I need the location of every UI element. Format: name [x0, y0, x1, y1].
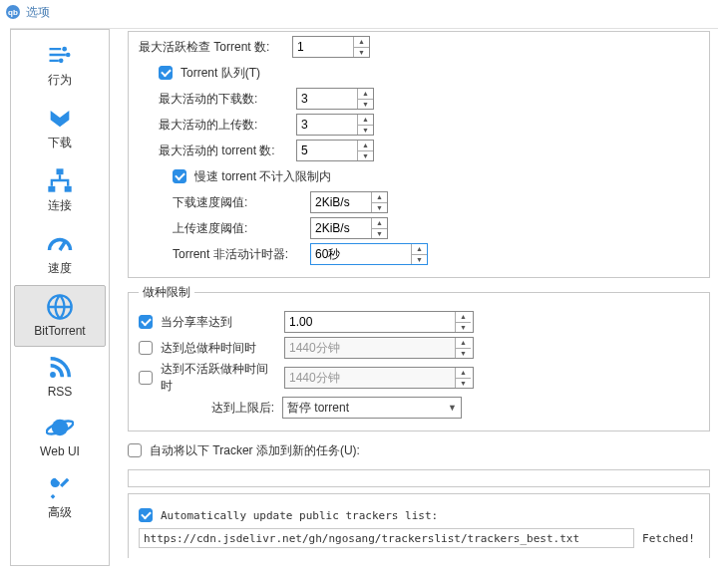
- sidebar-item-label: 高级: [48, 504, 72, 521]
- sliders-icon: [46, 40, 74, 70]
- spin-up-icon[interactable]: ▲: [456, 312, 471, 323]
- spin-up-icon[interactable]: ▲: [358, 89, 373, 100]
- max-active-ul-label: 最大活动的上传数:: [159, 117, 288, 134]
- auto-update-fieldset: Automatically update public trackers lis…: [128, 493, 710, 558]
- download-chevron-icon: [46, 103, 74, 133]
- inactivity-input[interactable]: ▲▼: [310, 243, 428, 265]
- max-active-torrent-input[interactable]: ▲▼: [296, 140, 374, 161]
- sidebar-item-label: 下载: [48, 135, 72, 151]
- network-icon: [46, 165, 74, 195]
- sidebar-item-label: Web UI: [40, 444, 80, 458]
- sidebar-item-connection[interactable]: 连接: [14, 159, 106, 222]
- spin-down-icon[interactable]: ▼: [372, 203, 387, 213]
- sidebar-item-behavior[interactable]: 行为: [14, 34, 106, 97]
- title-bar: qb 选项: [0, 0, 728, 24]
- inactivetime-checkbox[interactable]: [139, 371, 153, 385]
- spin-down-icon[interactable]: ▼: [358, 151, 373, 161]
- max-active-check-input[interactable]: ▲▼: [292, 36, 370, 58]
- ul-threshold-input[interactable]: ▲▼: [310, 217, 388, 239]
- sidebar-item-label: 行为: [48, 72, 72, 89]
- seedtime-checkbox[interactable]: [139, 341, 153, 355]
- fetched-status: Fetched!: [642, 532, 699, 545]
- inactivetime-input[interactable]: ▲▼: [284, 367, 474, 389]
- sidebar-item-label: 连接: [48, 197, 72, 214]
- window-title: 选项: [26, 4, 50, 21]
- spin-up-icon[interactable]: ▲: [456, 368, 471, 379]
- spin-down-icon[interactable]: ▼: [456, 349, 471, 359]
- ratio-label: 当分享率达到: [161, 314, 276, 331]
- tools-icon: [46, 472, 74, 502]
- svg-point-2: [59, 59, 64, 64]
- dl-threshold-input[interactable]: ▲▼: [310, 191, 388, 213]
- rss-icon: [46, 353, 74, 383]
- svg-point-1: [66, 53, 71, 58]
- spin-up-icon[interactable]: ▲: [354, 37, 369, 48]
- slow-exclude-label: 慢速 torrent 不计入限制内: [194, 168, 331, 185]
- spin-up-icon[interactable]: ▲: [372, 218, 387, 229]
- sidebar: 行为 下载 连接 速度 BitTorrent: [10, 29, 110, 566]
- spin-up-icon[interactable]: ▲: [358, 115, 373, 126]
- slow-exclude-checkbox[interactable]: [173, 169, 186, 183]
- sidebar-item-speed[interactable]: 速度: [14, 222, 106, 285]
- queue-fieldset: 最大活跃检查 Torrent 数: ▲▼ Torrent 队列(T) 最大活动的…: [128, 31, 710, 278]
- svg-rect-4: [48, 186, 55, 192]
- ratio-checkbox[interactable]: [139, 315, 153, 329]
- ul-threshold-label: 上传速度阈值:: [173, 220, 302, 237]
- spin-down-icon[interactable]: ▼: [456, 379, 471, 389]
- svg-point-8: [50, 372, 56, 378]
- sidebar-item-rss[interactable]: RSS: [14, 347, 106, 407]
- svg-rect-5: [65, 186, 72, 192]
- sidebar-item-label: RSS: [48, 385, 73, 399]
- sidebar-item-bittorrent[interactable]: BitTorrent: [14, 285, 106, 347]
- seeding-legend: 做种限制: [139, 284, 194, 301]
- gauge-icon: [46, 228, 74, 258]
- inactivity-label: Torrent 非活动计时器:: [173, 246, 302, 263]
- spin-down-icon[interactable]: ▼: [456, 323, 471, 333]
- seedtime-input[interactable]: ▲▼: [284, 337, 474, 359]
- then-action-value: 暂停 torrent: [287, 400, 349, 417]
- svg-rect-3: [57, 168, 64, 174]
- auto-update-url-input[interactable]: [139, 528, 634, 548]
- globe-icon: [46, 292, 74, 322]
- max-active-ul-input[interactable]: ▲▼: [296, 114, 374, 136]
- auto-update-checkbox[interactable]: [139, 508, 153, 522]
- spin-down-icon[interactable]: ▼: [358, 126, 373, 136]
- spin-up-icon[interactable]: ▲: [372, 192, 387, 203]
- chevron-down-icon: ▼: [448, 403, 457, 413]
- spin-down-icon[interactable]: ▼: [412, 255, 427, 265]
- max-active-dl-input[interactable]: ▲▼: [296, 88, 374, 110]
- svg-line-6: [60, 241, 66, 250]
- spin-up-icon[interactable]: ▲: [412, 244, 427, 255]
- seeding-fieldset: 做种限制 当分享率达到 ▲▼ 达到总做种时间时 ▲▼ 达到不活跃做种时间: [128, 284, 710, 432]
- sidebar-item-advanced[interactable]: 高级: [14, 466, 106, 529]
- auto-update-label: Automatically update public trackers lis…: [161, 509, 438, 522]
- auto-add-tracker-checkbox[interactable]: [128, 443, 142, 457]
- then-label: 达到上限后:: [139, 400, 274, 417]
- spin-up-icon[interactable]: ▲: [358, 141, 373, 151]
- sidebar-item-webui[interactable]: Web UI: [14, 407, 106, 466]
- queue-enable-label: Torrent 队列(T): [181, 65, 260, 82]
- sidebar-item-downloads[interactable]: 下载: [14, 97, 106, 159]
- spin-up-icon[interactable]: ▲: [456, 338, 471, 349]
- svg-point-0: [62, 47, 67, 52]
- planet-icon: [46, 413, 74, 442]
- then-action-combo[interactable]: 暂停 torrent ▼: [282, 397, 462, 419]
- queue-enable-checkbox[interactable]: [159, 66, 173, 80]
- main-panel: 最大活跃检查 Torrent 数: ▲▼ Torrent 队列(T) 最大活动的…: [110, 29, 718, 566]
- seedtime-label: 达到总做种时间时: [161, 340, 276, 357]
- spin-down-icon[interactable]: ▼: [358, 100, 373, 110]
- dl-threshold-label: 下载速度阈值:: [173, 194, 302, 211]
- spin-down-icon[interactable]: ▼: [372, 229, 387, 239]
- auto-add-tracker-label: 自动将以下 Tracker 添加到新的任务(U):: [150, 442, 360, 459]
- sidebar-item-label: 速度: [48, 260, 72, 277]
- sidebar-item-label: BitTorrent: [34, 324, 85, 338]
- max-active-torrent-label: 最大活动的 torrent 数:: [159, 143, 288, 159]
- inactivetime-label: 达到不活跃做种时间时: [161, 361, 276, 395]
- app-icon: qb: [6, 5, 20, 19]
- ratio-input[interactable]: ▲▼: [284, 311, 474, 333]
- max-active-dl-label: 最大活动的下载数:: [159, 91, 288, 108]
- max-active-check-label: 最大活跃检查 Torrent 数:: [139, 39, 284, 56]
- tracker-list-textarea[interactable]: [128, 469, 710, 487]
- spin-down-icon[interactable]: ▼: [354, 48, 369, 58]
